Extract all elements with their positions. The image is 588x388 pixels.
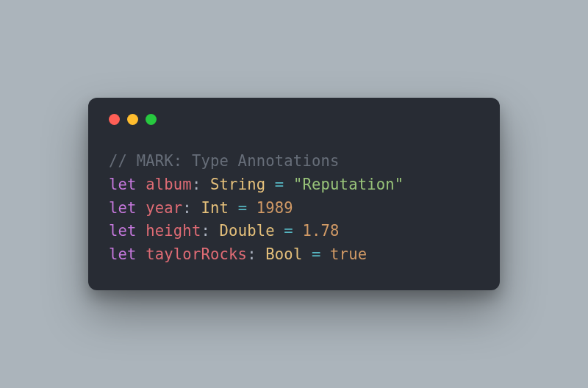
code-number: 1.78 <box>302 222 339 240</box>
window-titlebar <box>109 114 479 125</box>
code-bool: true <box>330 245 367 263</box>
code-identifier: album <box>146 176 192 193</box>
code-comment: // MARK: Type Annotations <box>109 152 340 170</box>
zoom-icon[interactable] <box>146 114 157 125</box>
editor-window: // MARK: Type Annotations let album: Str… <box>88 98 500 290</box>
code-colon: : <box>192 176 201 193</box>
code-colon: : <box>247 245 257 263</box>
code-number: 1989 <box>257 199 293 217</box>
code-keyword: let <box>109 176 137 193</box>
minimize-icon[interactable] <box>127 114 138 125</box>
code-keyword: let <box>109 199 137 217</box>
code-type: Int <box>201 199 229 217</box>
code-colon: : <box>201 222 210 240</box>
code-identifier: year <box>146 199 182 217</box>
code-type: String <box>210 176 265 193</box>
code-equals: = <box>312 245 321 263</box>
code-colon: : <box>182 199 192 217</box>
close-icon[interactable] <box>109 114 120 125</box>
code-block: // MARK: Type Annotations let album: Str… <box>109 150 479 267</box>
code-keyword: let <box>109 245 137 263</box>
code-identifier: height <box>146 222 201 240</box>
code-keyword: let <box>109 222 137 240</box>
code-type: Double <box>220 222 275 240</box>
code-equals: = <box>275 176 284 193</box>
code-equals: = <box>238 199 248 217</box>
code-identifier: taylorRocks <box>146 245 247 263</box>
code-string: "Reputation" <box>293 176 404 193</box>
code-equals: = <box>284 222 293 240</box>
code-type: Bool <box>265 245 302 263</box>
